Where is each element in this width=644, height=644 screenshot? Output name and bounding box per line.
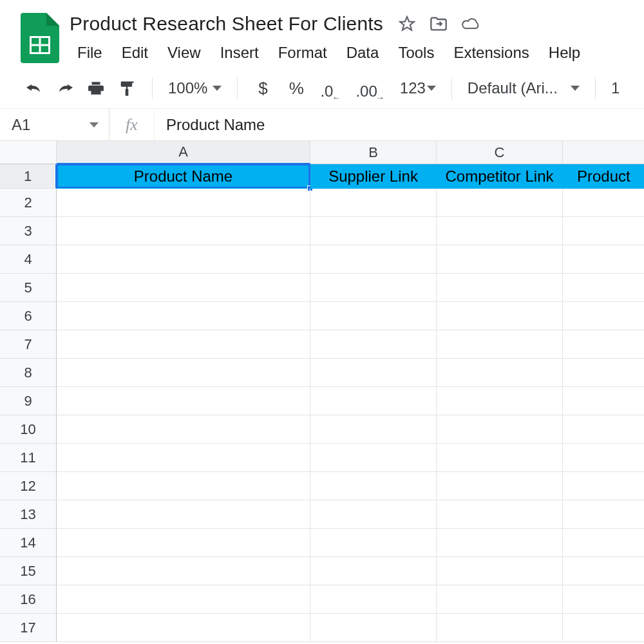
cell-B7[interactable] [310, 330, 437, 359]
undo-icon[interactable] [24, 77, 44, 99]
column-header-D[interactable] [563, 141, 644, 164]
cell-A3[interactable] [57, 217, 310, 245]
cell-A2[interactable] [57, 189, 310, 217]
row-header-6[interactable]: 6 [0, 302, 57, 330]
cell-D10[interactable] [563, 415, 644, 444]
row-header-12[interactable]: 12 [0, 472, 57, 500]
cell-B9[interactable] [310, 387, 437, 415]
more-formats-button[interactable]: 123 [400, 77, 436, 99]
cell-A7[interactable] [57, 330, 310, 359]
cell-B14[interactable] [310, 529, 437, 557]
menu-tools[interactable]: Tools [390, 40, 442, 66]
cell-D12[interactable] [563, 472, 644, 500]
cell-D14[interactable] [563, 529, 644, 557]
cell-D2[interactable] [563, 189, 644, 217]
cell-B1[interactable]: Supplier Link [310, 164, 437, 189]
paint-format-icon[interactable] [117, 77, 137, 99]
row-header-8[interactable]: 8 [0, 359, 57, 387]
column-header-C[interactable]: C [437, 141, 563, 164]
menu-data[interactable]: Data [339, 40, 387, 66]
row-header-7[interactable]: 7 [0, 330, 57, 359]
redo-icon[interactable] [55, 77, 75, 99]
cell-C6[interactable] [437, 302, 563, 330]
decrease-decimal-button[interactable]: .0← [320, 77, 341, 99]
cell-B15[interactable] [310, 557, 437, 585]
cell-A8[interactable] [57, 359, 310, 387]
cell-D16[interactable] [563, 585, 644, 614]
cell-A14[interactable] [57, 529, 310, 557]
formula-bar[interactable]: Product Name [155, 109, 644, 140]
cell-A11[interactable] [57, 444, 310, 472]
zoom-select[interactable]: 100% [168, 79, 222, 97]
cell-C14[interactable] [437, 529, 563, 557]
cell-A9[interactable] [57, 387, 310, 415]
cell-C11[interactable] [437, 444, 563, 472]
cell-B17[interactable] [310, 614, 437, 642]
row-header-11[interactable]: 11 [0, 444, 57, 472]
increase-decimal-button[interactable]: .00→ [355, 77, 385, 99]
row-header-9[interactable]: 9 [0, 387, 57, 415]
cell-D1[interactable]: Product [563, 164, 644, 189]
cell-B5[interactable] [310, 274, 437, 302]
move-to-folder-icon[interactable] [430, 16, 448, 32]
cell-C7[interactable] [437, 330, 563, 359]
cell-A17[interactable] [57, 614, 310, 642]
font-size-partial[interactable]: 1 [611, 79, 620, 97]
cell-D5[interactable] [563, 274, 644, 302]
format-percent-button[interactable]: % [287, 77, 306, 99]
row-header-1[interactable]: 1 [0, 164, 57, 189]
cell-C2[interactable] [437, 189, 563, 217]
menu-extensions[interactable]: Extensions [446, 40, 536, 66]
row-header-5[interactable]: 5 [0, 274, 57, 302]
cell-A15[interactable] [57, 557, 310, 585]
cell-C4[interactable] [437, 245, 563, 274]
cell-B6[interactable] [310, 302, 437, 330]
cell-D11[interactable] [563, 444, 644, 472]
cell-D9[interactable] [563, 387, 644, 415]
cell-B10[interactable] [310, 415, 437, 444]
row-header-10[interactable]: 10 [0, 415, 57, 444]
menu-help[interactable]: Help [541, 40, 588, 66]
cell-C9[interactable] [437, 387, 563, 415]
row-header-15[interactable]: 15 [0, 557, 57, 585]
cell-B2[interactable] [310, 189, 437, 217]
name-box[interactable]: A1 [0, 109, 109, 140]
cell-C5[interactable] [437, 274, 563, 302]
cell-C12[interactable] [437, 472, 563, 500]
menu-file[interactable]: File [70, 40, 110, 66]
format-currency-button[interactable]: $ [253, 77, 272, 99]
cell-B3[interactable] [310, 217, 437, 245]
menu-view[interactable]: View [160, 40, 209, 66]
cell-C16[interactable] [437, 585, 563, 614]
cell-D3[interactable] [563, 217, 644, 245]
cell-D13[interactable] [563, 500, 644, 529]
cell-D15[interactable] [563, 557, 644, 585]
menu-edit[interactable]: Edit [114, 40, 156, 66]
cell-B4[interactable] [310, 245, 437, 274]
print-icon[interactable] [86, 77, 106, 99]
cell-C10[interactable] [437, 415, 563, 444]
cell-C8[interactable] [437, 359, 563, 387]
cell-C1[interactable]: Competitor Link [437, 164, 563, 189]
row-header-17[interactable]: 17 [0, 614, 57, 642]
cell-A1[interactable]: Product Name [57, 164, 310, 189]
cell-C13[interactable] [437, 500, 563, 529]
cell-B16[interactable] [310, 585, 437, 614]
cell-A4[interactable] [57, 245, 310, 274]
cell-A10[interactable] [57, 415, 310, 444]
row-header-3[interactable]: 3 [0, 217, 57, 245]
cell-D17[interactable] [563, 614, 644, 642]
row-header-16[interactable]: 16 [0, 585, 57, 614]
column-header-B[interactable]: B [310, 141, 437, 164]
cell-C3[interactable] [437, 217, 563, 245]
sheets-logo[interactable] [21, 13, 59, 63]
menu-format[interactable]: Format [270, 40, 335, 66]
cell-D7[interactable] [563, 330, 644, 359]
cell-D6[interactable] [563, 302, 644, 330]
cell-D4[interactable] [563, 245, 644, 274]
row-header-14[interactable]: 14 [0, 529, 57, 557]
cell-D8[interactable] [563, 359, 644, 387]
cell-A12[interactable] [57, 472, 310, 500]
spreadsheet-grid[interactable]: A B C 1 Product Name Supplier Link Compe… [0, 141, 644, 642]
row-header-13[interactable]: 13 [0, 500, 57, 529]
